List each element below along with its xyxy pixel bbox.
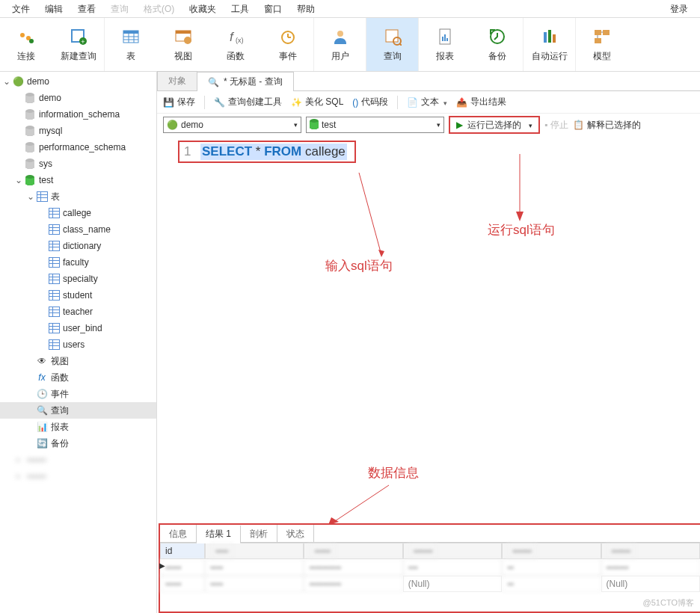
beautify-button[interactable]: ✨美化 SQL: [291, 96, 343, 108]
table-cell[interactable]: ▪▪: [502, 559, 601, 576]
code-icon: (): [352, 97, 358, 108]
tool-backup-label: 备份: [488, 50, 506, 63]
svg-point-0: [20, 33, 25, 37]
tool-event-label: 事件: [279, 50, 297, 63]
db-node-active[interactable]: ⌄test: [0, 172, 156, 188]
tab-objects[interactable]: 对象: [157, 71, 197, 90]
table-icon: [48, 207, 60, 219]
connection-node[interactable]: ⌄🟢demo: [0, 73, 156, 90]
column-header[interactable]: id: [160, 543, 205, 559]
code-snippet-button[interactable]: ()代码段: [352, 96, 388, 108]
clock-icon: [277, 26, 298, 47]
menu-query[interactable]: 查询: [103, 0, 136, 18]
db-node[interactable]: sys: [0, 155, 156, 172]
table-node[interactable]: specialty: [0, 271, 156, 287]
table-cell[interactable]: ▪▪▪▪▪▪▪: [601, 559, 700, 576]
login-link[interactable]: 登录: [663, 0, 696, 18]
backup-folder[interactable]: 🔄备份: [0, 435, 156, 452]
sidebar: ⌄🟢demo demo information_schema mysql per…: [0, 72, 157, 613]
menu-help[interactable]: 帮助: [289, 0, 322, 18]
table-node[interactable]: faculty: [0, 254, 156, 271]
result-tab-status[interactable]: 状态: [277, 525, 314, 543]
table-node[interactable]: teacher: [0, 304, 156, 320]
tool-model-label: 模型: [593, 50, 611, 63]
tool-function[interactable]: f(x) 函数: [209, 18, 262, 71]
db-node[interactable]: demo: [0, 90, 156, 106]
funcs-folder[interactable]: fx函数: [0, 369, 156, 386]
table-icon: [48, 289, 60, 301]
menu-tools[interactable]: 工具: [224, 0, 257, 18]
menu-file[interactable]: 文件: [4, 0, 37, 18]
table-node[interactable]: callege: [0, 205, 156, 221]
column-header[interactable]: ▪▪▪▪▪▪: [502, 543, 601, 559]
table-icon: [48, 240, 60, 252]
selectors-row: 🟢 demo ▾ test ▾ ▶ 运行已选择的 ▪停止 📋解释已选择的: [157, 114, 700, 136]
table-cell[interactable]: ▪▪▪▪▪: [160, 559, 205, 576]
sql-editor[interactable]: 1 SELECT * FROM callege: [178, 141, 356, 163]
export-button[interactable]: 📤导出结果: [456, 96, 506, 108]
query-builder-button[interactable]: 🔧查询创建工具: [214, 96, 282, 108]
column-header[interactable]: ▪▪▪▪: [205, 543, 304, 559]
tool-new-query[interactable]: + 新建查询: [52, 18, 105, 71]
reports-folder[interactable]: 📊报表: [0, 419, 156, 435]
database-icon: [24, 158, 36, 170]
table-cell[interactable]: ▪▪▪▪▪: [160, 576, 205, 592]
views-folder[interactable]: 👁视图: [0, 353, 156, 369]
explain-button[interactable]: 📋解释已选择的: [573, 119, 641, 132]
tool-view[interactable]: 视图: [157, 18, 209, 71]
table-icon: [120, 26, 141, 47]
tab-query-label: * 无标题 - 查询: [224, 76, 283, 88]
tool-table[interactable]: 表: [105, 18, 157, 71]
table-node[interactable]: class_name: [0, 221, 156, 238]
tab-query-editor[interactable]: 🔍 * 无标题 - 查询: [197, 72, 294, 91]
table-cell[interactable]: ▪▪▪: [403, 559, 502, 576]
function-icon: f(x): [225, 26, 246, 47]
text-button[interactable]: 📄文本: [407, 96, 447, 108]
column-header[interactable]: ▪▪▪▪▪▪: [601, 543, 700, 559]
results-panel: 信息 结果 1 剖析 状态 id ▪▪▪▪ ▪▪▪▪▪ ▪▪▪▪▪▪ ▪▪▪▪▪…: [159, 523, 700, 613]
table-cell[interactable]: ▪▪▪▪: [205, 576, 304, 592]
tool-report[interactable]: 报表: [419, 18, 471, 71]
query-folder[interactable]: 🔍查询: [0, 402, 156, 419]
table-cell[interactable]: (Null): [403, 576, 502, 592]
table-node[interactable]: users: [0, 336, 156, 353]
menu-format[interactable]: 格式(O): [136, 0, 182, 18]
run-selected-button[interactable]: ▶ 运行已选择的: [449, 116, 540, 134]
result-tab-profile[interactable]: 剖析: [241, 525, 277, 543]
table-node[interactable]: user_bind: [0, 320, 156, 336]
column-header[interactable]: ▪▪▪▪▪: [304, 543, 402, 559]
menu-edit[interactable]: 编辑: [37, 0, 70, 18]
tool-query[interactable]: 查询: [366, 18, 419, 71]
result-tab-info[interactable]: 信息: [160, 525, 197, 543]
main-toolbar: 连接 + 新建查询 表 视图 f(x) 函数 事件 用户 查询 报表 备份 自动…: [0, 18, 700, 72]
tool-event[interactable]: 事件: [262, 18, 314, 71]
events-folder[interactable]: 🕒事件: [0, 386, 156, 402]
db-node[interactable]: performance_schema: [0, 139, 156, 155]
tool-connect[interactable]: 连接: [0, 18, 52, 71]
table-cell[interactable]: (Null): [601, 576, 700, 592]
column-header[interactable]: ▪▪▪▪▪▪: [403, 543, 502, 559]
table-cell[interactable]: ▪▪▪▪▪▪▪▪▪▪: [304, 559, 402, 576]
database-select[interactable]: test ▾: [306, 117, 444, 133]
db-node[interactable]: mysql: [0, 123, 156, 139]
tool-model[interactable]: 模型: [576, 18, 628, 71]
menu-view[interactable]: 查看: [70, 0, 103, 18]
table-node[interactable]: student: [0, 287, 156, 304]
tool-user[interactable]: 用户: [314, 18, 366, 71]
table-cell[interactable]: ▪▪: [502, 576, 601, 592]
connection-select[interactable]: 🟢 demo ▾: [163, 117, 301, 133]
tool-backup[interactable]: 备份: [471, 18, 524, 71]
menu-favorites[interactable]: 收藏夹: [182, 0, 224, 18]
result-tab-result1[interactable]: 结果 1: [197, 526, 241, 543]
tool-autorun[interactable]: 自动运行: [524, 18, 576, 71]
menu-window[interactable]: 窗口: [257, 0, 289, 18]
tables-folder[interactable]: ⌄表: [0, 188, 156, 205]
table-node[interactable]: dictionary: [0, 238, 156, 254]
table-cell[interactable]: ▪▪▪▪▪▪▪▪▪▪: [304, 576, 402, 592]
save-button[interactable]: 💾保存: [163, 96, 195, 108]
table-cell[interactable]: ▪▪▪▪: [205, 559, 304, 576]
query-folder-icon: 🔍: [36, 404, 48, 416]
report-folder-icon: 📊: [36, 421, 48, 433]
tool-autorun-label: 自动运行: [532, 50, 568, 63]
db-node[interactable]: information_schema: [0, 106, 156, 123]
